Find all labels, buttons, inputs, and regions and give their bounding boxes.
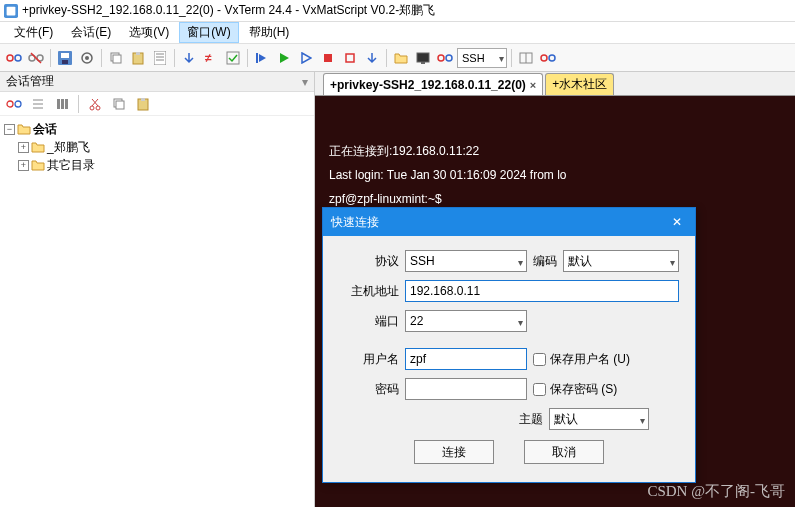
unlink-icon[interactable] [26,48,46,68]
terminal-line: Last login: Tue Jan 30 01:16:09 2024 fro… [329,168,567,182]
down-arrow-icon[interactable] [179,48,199,68]
menu-help[interactable]: 帮助(H) [241,22,298,43]
play-alt-icon[interactable] [296,48,316,68]
tab-label: +水木社区 [552,76,607,93]
svg-text:≠: ≠ [205,51,212,65]
connect-button[interactable]: 连接 [414,440,494,464]
svg-point-42 [96,106,100,110]
host-input[interactable] [405,280,679,302]
save-icon[interactable] [55,48,75,68]
tree-item-other[interactable]: + 其它目录 [18,156,310,174]
svg-rect-34 [15,101,21,107]
menu-window[interactable]: 窗口(W) [179,22,238,43]
close-icon[interactable]: × [530,79,536,91]
dialog-title: 快速连接 [331,214,379,231]
svg-rect-38 [57,99,60,109]
protocol-combo[interactable]: SSH [405,250,527,272]
link2-icon[interactable] [435,48,455,68]
app-icon [4,4,18,18]
svg-rect-1 [7,6,16,15]
theme-combo[interactable]: 默认 [549,408,649,430]
svg-rect-24 [346,54,354,62]
tab-inactive[interactable]: +水木社区 [545,73,614,95]
separator [50,49,51,67]
lines-icon[interactable] [28,94,48,114]
user-label: 用户名 [339,351,399,368]
svg-rect-28 [446,55,452,61]
protocol-label: 协议 [339,253,399,270]
tab-active[interactable]: +privkey-SSH2_192.168.0.11_22(0) × [323,73,543,95]
tree-item-zpf[interactable]: + _郑鹏飞 [18,138,310,156]
chevron-down-icon[interactable]: ▾ [302,75,308,89]
layout-icon[interactable] [516,48,536,68]
save-user-checkbox[interactable]: 保存用户名 (U) [533,351,630,368]
close-icon[interactable]: ✕ [667,212,687,232]
expand-icon[interactable]: + [18,142,29,153]
link-small-icon[interactable] [4,94,24,114]
svg-rect-46 [116,101,124,109]
port-combo[interactable]: 22 [405,310,527,332]
quick-connect-dialog: 快速连接 ✕ 协议 SSH 编码 默认 主机地址 端口 22 用户名 保存用户名… [322,207,696,483]
sidebar-header: 会话管理 ▾ [0,72,314,92]
screen-icon[interactable] [413,48,433,68]
dialog-titlebar[interactable]: 快速连接 ✕ [323,208,695,236]
menubar: 文件(F) 会话(E) 选项(V) 窗口(W) 帮助(H) [0,22,795,44]
svg-rect-8 [61,53,69,58]
tree-root[interactable]: − 会话 [4,120,310,138]
settings-icon[interactable] [77,48,97,68]
prev-icon[interactable] [252,48,272,68]
down2-icon[interactable] [362,48,382,68]
bars-icon[interactable] [52,94,72,114]
copy2-icon[interactable] [109,94,129,114]
svg-rect-39 [61,99,64,109]
collapse-icon[interactable]: − [4,124,15,135]
svg-rect-33 [7,101,13,107]
svg-rect-48 [141,98,145,101]
separator [386,49,387,67]
sidebar: 会话管理 ▾ − 会话 + _郑鹏飞 + [0,72,315,507]
stop-alt-icon[interactable] [340,48,360,68]
checkbox[interactable] [533,383,546,396]
terminal-line: 正在连接到:192.168.0.11:22 [329,144,479,158]
not-equal-icon[interactable]: ≠ [201,48,221,68]
folder-icon[interactable] [391,48,411,68]
tab-strip: +privkey-SSH2_192.168.0.11_22(0) × +水木社区 [315,72,795,96]
toolbar-protocol-combo[interactable]: SSH [457,48,507,68]
checkbox[interactable] [533,353,546,366]
stop-icon[interactable] [318,48,338,68]
sidebar-title: 会话管理 [6,73,54,90]
svg-rect-23 [324,54,332,62]
svg-point-11 [85,56,89,60]
user-input[interactable] [405,348,527,370]
cut-icon[interactable] [85,94,105,114]
play-icon[interactable] [274,48,294,68]
doc-icon[interactable] [150,48,170,68]
expand-icon[interactable]: + [18,160,29,171]
encoding-combo[interactable]: 默认 [563,250,679,272]
link-icon[interactable] [4,48,24,68]
copy-icon[interactable] [106,48,126,68]
svg-rect-15 [136,52,140,55]
svg-rect-32 [549,55,555,61]
link3-icon[interactable] [538,48,558,68]
svg-rect-31 [541,55,547,61]
encoding-label: 编码 [533,253,557,270]
password-input[interactable] [405,378,527,400]
save-pass-checkbox[interactable]: 保存密码 (S) [533,381,617,398]
folder-icon [31,141,45,153]
separator [511,49,512,67]
menu-options[interactable]: 选项(V) [121,22,177,43]
checkbox-label: 保存用户名 (U) [550,351,630,368]
menu-file[interactable]: 文件(F) [6,22,61,43]
folder-icon [31,159,45,171]
toolbar: ≠ SSH [0,44,795,72]
paste-icon[interactable] [128,48,148,68]
svg-point-41 [90,106,94,110]
menu-session[interactable]: 会话(E) [63,22,119,43]
svg-rect-3 [15,55,21,61]
svg-rect-9 [62,60,68,64]
paste2-icon[interactable] [133,94,153,114]
cancel-button[interactable]: 取消 [524,440,604,464]
password-label: 密码 [339,381,399,398]
check-settings-icon[interactable] [223,48,243,68]
